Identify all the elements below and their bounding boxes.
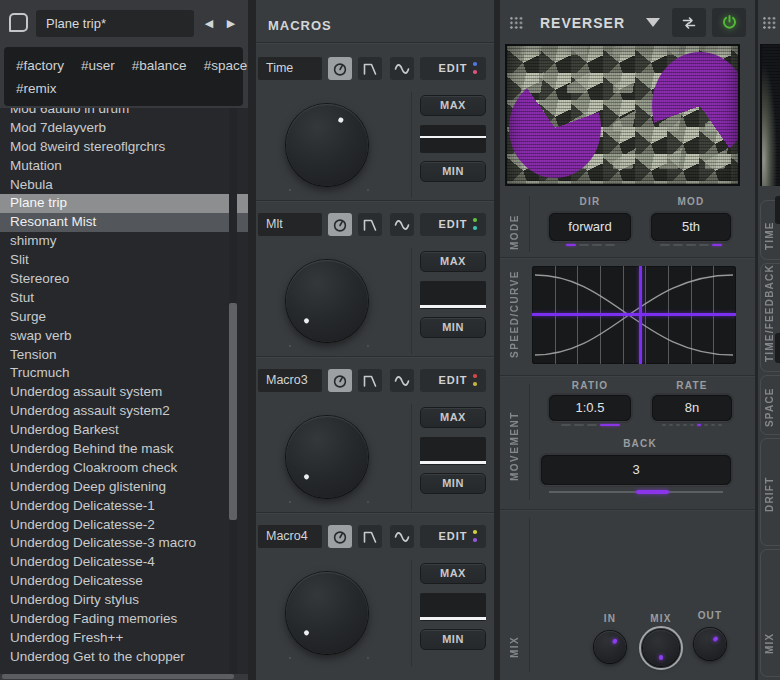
- tag[interactable]: #space: [204, 58, 248, 73]
- prev-preset-button[interactable]: ◀: [199, 12, 219, 34]
- preset-list-item[interactable]: Surge: [0, 308, 248, 327]
- step-dash: [587, 424, 597, 426]
- macro-name-field[interactable]: Macro4: [258, 525, 322, 548]
- macro-range-display[interactable]: [420, 281, 486, 309]
- mod-value-box[interactable]: 5th: [651, 213, 731, 241]
- rate-value-box[interactable]: 8n: [652, 395, 732, 421]
- macro-name-field[interactable]: Macro3: [258, 369, 322, 392]
- lfo-mode-button[interactable]: [390, 213, 414, 236]
- min-button[interactable]: MIN: [420, 629, 486, 650]
- mod-step-indicator: [651, 244, 731, 246]
- power-button[interactable]: [712, 8, 746, 37]
- module-drag-handle[interactable]: [509, 16, 524, 29]
- preset-list-item[interactable]: shimmy: [0, 232, 248, 251]
- rate-label: RATE: [652, 380, 732, 391]
- lfo-mode-button[interactable]: [390, 369, 414, 392]
- preset-list-item[interactable]: Underdog Fresh++: [0, 629, 248, 648]
- macro-range-display[interactable]: [420, 593, 486, 621]
- knob-mode-button[interactable]: [328, 369, 352, 392]
- preset-scrollbar-thumb[interactable]: [229, 303, 237, 520]
- edit-button[interactable]: EDIT: [420, 369, 486, 392]
- next-preset-button[interactable]: ▶: [221, 12, 241, 34]
- envelope-mode-button[interactable]: [358, 369, 382, 392]
- preset-list-item[interactable]: Resonant Mist: [0, 213, 248, 232]
- preset-list-item[interactable]: Underdog Dirty stylus: [0, 591, 248, 610]
- preset-list-item[interactable]: Mod 6audio in drum: [0, 108, 248, 119]
- max-button[interactable]: MAX: [420, 563, 486, 584]
- preset-list-item[interactable]: Mod 7delayverb: [0, 119, 248, 138]
- macro-range-display[interactable]: [420, 437, 486, 465]
- preset-list-item[interactable]: Stut: [0, 289, 248, 308]
- preset-list-item[interactable]: Plane trip: [0, 194, 248, 213]
- envelope-mode-button[interactable]: [358, 213, 382, 236]
- edit-button[interactable]: EDIT: [420, 525, 486, 548]
- max-button[interactable]: MAX: [420, 407, 486, 428]
- macro-range-display[interactable]: [420, 125, 486, 153]
- dir-value-box[interactable]: forward: [549, 213, 631, 241]
- lfo-mode-button[interactable]: [390, 57, 414, 80]
- macro-knob[interactable]: [286, 572, 368, 654]
- min-button[interactable]: MIN: [420, 317, 486, 338]
- knob-mode-button[interactable]: [328, 57, 352, 80]
- tag[interactable]: #user: [81, 58, 115, 73]
- preset-list-item[interactable]: Underdog Barkest: [0, 421, 248, 440]
- out-knob[interactable]: [694, 628, 726, 660]
- preset-list-item[interactable]: Underdog Delicatesse-1: [0, 497, 248, 516]
- preset-hscrollbar-thumb[interactable]: [2, 674, 234, 679]
- mix-knob[interactable]: [643, 630, 679, 666]
- tag[interactable]: #remix: [16, 81, 57, 96]
- macro-knob[interactable]: [286, 416, 368, 498]
- dir-label: DIR: [549, 196, 631, 207]
- mod-source-dots: [473, 530, 477, 543]
- preset-list-item[interactable]: swap verb: [0, 327, 248, 346]
- preset-list-item[interactable]: Underdog Get to the chopper: [0, 648, 248, 667]
- preset-list-item[interactable]: Underdog Behind the mask: [0, 440, 248, 459]
- divider: [529, 518, 530, 672]
- back-slider[interactable]: 3: [541, 455, 731, 485]
- preset-list-item[interactable]: Underdog Delicatesse: [0, 572, 248, 591]
- edit-button[interactable]: EDIT: [420, 213, 486, 236]
- sine-wave-icon: [394, 61, 410, 77]
- tag[interactable]: #balance: [132, 58, 187, 73]
- preset-list-item[interactable]: Underdog Fading memories: [0, 610, 248, 629]
- macro-name-field[interactable]: Time: [258, 57, 322, 80]
- min-button[interactable]: MIN: [420, 161, 486, 182]
- min-button[interactable]: MIN: [420, 473, 486, 494]
- preset-list-item[interactable]: Underdog Delicatesse-4: [0, 553, 248, 572]
- preset-title-field[interactable]: Plane trip*: [36, 10, 194, 37]
- preset-list-item[interactable]: Underdog Delicatesse-2: [0, 516, 248, 535]
- lfo-mode-button[interactable]: [390, 525, 414, 548]
- preset-menu-button[interactable]: [9, 13, 28, 32]
- macro-knob[interactable]: [286, 104, 368, 186]
- edit-button[interactable]: EDIT: [420, 57, 486, 80]
- speed-curve-graph[interactable]: [532, 266, 736, 364]
- preset-list-item[interactable]: Mod 8weird stereoflgrchrs: [0, 138, 248, 157]
- step-dash: [704, 424, 708, 426]
- macro-knob[interactable]: [286, 260, 368, 342]
- preset-list-item[interactable]: Underdog Delicatesse-3 macro: [0, 534, 248, 553]
- preset-list-item[interactable]: Stereoreo: [0, 270, 248, 289]
- knob-mode-button[interactable]: [328, 525, 352, 548]
- max-button[interactable]: MAX: [420, 95, 486, 116]
- preset-list-item[interactable]: Tension: [0, 346, 248, 365]
- preset-list-item[interactable]: Trucmuch: [0, 364, 248, 383]
- tag[interactable]: #factory: [16, 58, 64, 73]
- envelope-mode-button[interactable]: [358, 57, 382, 80]
- preset-list-item[interactable]: Underdog Deep glistening: [0, 478, 248, 497]
- in-knob[interactable]: [594, 631, 626, 663]
- preset-list-item[interactable]: Mutation: [0, 157, 248, 176]
- envelope-mode-button[interactable]: [358, 525, 382, 548]
- neighbor-drag-handle[interactable]: [762, 16, 777, 29]
- drag-grid-icon: [762, 16, 777, 29]
- preset-list-item[interactable]: Underdog assault system: [0, 383, 248, 402]
- preset-list-item[interactable]: Underdog Cloakroom check: [0, 459, 248, 478]
- preset-list-item[interactable]: Underdog assault system2: [0, 402, 248, 421]
- preset-list-item[interactable]: Slit: [0, 251, 248, 270]
- max-button[interactable]: MAX: [420, 251, 486, 272]
- knob-mode-button[interactable]: [328, 213, 352, 236]
- ratio-value-box[interactable]: 1:0.5: [549, 395, 631, 421]
- preset-list-item[interactable]: Nebula: [0, 176, 248, 195]
- randomize-button[interactable]: [672, 8, 706, 37]
- module-selector-dropdown[interactable]: [646, 18, 660, 27]
- macro-name-field[interactable]: Mlt: [258, 213, 322, 236]
